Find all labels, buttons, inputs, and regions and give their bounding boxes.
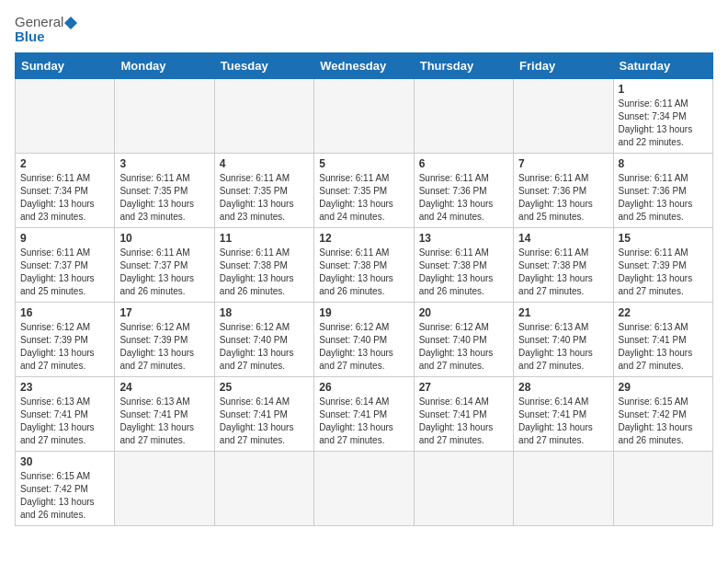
calendar-table: SundayMondayTuesdayWednesdayThursdayFrid…	[15, 52, 713, 526]
day-info: Sunrise: 6:11 AM Sunset: 7:38 PM Dayligh…	[220, 247, 309, 298]
weekday-header-monday: Monday	[115, 53, 214, 79]
calendar-cell: 24Sunrise: 6:13 AM Sunset: 7:41 PM Dayli…	[115, 377, 214, 452]
calendar-cell: 16Sunrise: 6:12 AM Sunset: 7:39 PM Dayli…	[16, 303, 115, 377]
calendar-cell: 20Sunrise: 6:12 AM Sunset: 7:40 PM Dayli…	[414, 303, 513, 377]
day-info: Sunrise: 6:13 AM Sunset: 7:41 PM Dayligh…	[20, 396, 109, 447]
day-number: 20	[419, 306, 508, 319]
calendar-cell: 29Sunrise: 6:15 AM Sunset: 7:42 PM Dayli…	[613, 377, 712, 452]
calendar-cell: 11Sunrise: 6:11 AM Sunset: 7:38 PM Dayli…	[214, 228, 313, 303]
day-info: Sunrise: 6:15 AM Sunset: 7:42 PM Dayligh…	[20, 470, 109, 522]
logo-text: GeneralBlue	[15, 15, 78, 43]
calendar-cell: 7Sunrise: 6:11 AM Sunset: 7:36 PM Daylig…	[514, 154, 613, 228]
day-number: 15	[619, 232, 708, 245]
calendar-cell: 6Sunrise: 6:11 AM Sunset: 7:36 PM Daylig…	[414, 154, 513, 228]
calendar-cell	[16, 79, 115, 154]
calendar-week-row: 9Sunrise: 6:11 AM Sunset: 7:37 PM Daylig…	[16, 228, 713, 303]
calendar-cell	[514, 79, 613, 154]
day-info: Sunrise: 6:11 AM Sunset: 7:38 PM Dayligh…	[518, 247, 608, 298]
day-info: Sunrise: 6:12 AM Sunset: 7:40 PM Dayligh…	[319, 321, 408, 373]
day-number: 14	[518, 232, 608, 245]
day-number: 9	[20, 232, 109, 245]
day-number: 27	[419, 381, 508, 394]
weekday-header-sunday: Sunday	[16, 53, 115, 79]
day-info: Sunrise: 6:14 AM Sunset: 7:41 PM Dayligh…	[518, 396, 608, 447]
day-info: Sunrise: 6:12 AM Sunset: 7:39 PM Dayligh…	[119, 321, 209, 373]
day-info: Sunrise: 6:14 AM Sunset: 7:41 PM Dayligh…	[419, 396, 508, 447]
weekday-header-thursday: Thursday	[414, 53, 513, 79]
day-info: Sunrise: 6:15 AM Sunset: 7:42 PM Dayligh…	[619, 396, 708, 447]
day-info: Sunrise: 6:12 AM Sunset: 7:39 PM Dayligh…	[20, 321, 109, 373]
day-number: 22	[619, 306, 708, 319]
calendar-cell: 21Sunrise: 6:13 AM Sunset: 7:40 PM Dayli…	[514, 303, 613, 377]
day-number: 5	[319, 157, 408, 170]
calendar-week-row: 16Sunrise: 6:12 AM Sunset: 7:39 PM Dayli…	[16, 303, 713, 377]
calendar-cell	[613, 452, 712, 526]
calendar-week-row: 2Sunrise: 6:11 AM Sunset: 7:34 PM Daylig…	[16, 154, 713, 228]
day-number: 28	[518, 381, 608, 394]
weekday-header-saturday: Saturday	[613, 53, 712, 79]
day-number: 21	[518, 306, 608, 319]
calendar-cell: 22Sunrise: 6:13 AM Sunset: 7:41 PM Dayli…	[613, 303, 712, 377]
calendar-week-row: 1Sunrise: 6:11 AM Sunset: 7:34 PM Daylig…	[16, 79, 713, 154]
calendar-cell: 19Sunrise: 6:12 AM Sunset: 7:40 PM Dayli…	[314, 303, 414, 377]
day-number: 6	[419, 157, 508, 170]
calendar-cell: 30Sunrise: 6:15 AM Sunset: 7:42 PM Dayli…	[16, 452, 115, 526]
day-info: Sunrise: 6:11 AM Sunset: 7:35 PM Dayligh…	[119, 172, 209, 224]
calendar-cell: 27Sunrise: 6:14 AM Sunset: 7:41 PM Dayli…	[414, 377, 513, 452]
calendar-cell	[514, 452, 613, 526]
calendar-cell: 28Sunrise: 6:14 AM Sunset: 7:41 PM Dayli…	[514, 377, 613, 452]
day-info: Sunrise: 6:11 AM Sunset: 7:34 PM Dayligh…	[20, 172, 109, 224]
page-header: GeneralBlue	[15, 15, 713, 43]
day-number: 25	[220, 381, 309, 394]
weekday-header-wednesday: Wednesday	[314, 53, 414, 79]
calendar-cell: 25Sunrise: 6:14 AM Sunset: 7:41 PM Dayli…	[214, 377, 313, 452]
calendar-cell	[414, 79, 513, 154]
calendar-cell	[214, 79, 313, 154]
calendar-cell	[414, 452, 513, 526]
day-number: 24	[119, 381, 209, 394]
day-info: Sunrise: 6:12 AM Sunset: 7:40 PM Dayligh…	[220, 321, 309, 373]
calendar-cell	[314, 79, 414, 154]
day-info: Sunrise: 6:13 AM Sunset: 7:40 PM Dayligh…	[518, 321, 608, 373]
day-info: Sunrise: 6:12 AM Sunset: 7:40 PM Dayligh…	[419, 321, 508, 373]
day-info: Sunrise: 6:14 AM Sunset: 7:41 PM Dayligh…	[319, 396, 408, 447]
day-number: 4	[220, 157, 309, 170]
calendar-cell: 12Sunrise: 6:11 AM Sunset: 7:38 PM Dayli…	[314, 228, 414, 303]
calendar-week-row: 23Sunrise: 6:13 AM Sunset: 7:41 PM Dayli…	[16, 377, 713, 452]
calendar-cell: 14Sunrise: 6:11 AM Sunset: 7:38 PM Dayli…	[514, 228, 613, 303]
day-number: 17	[119, 306, 209, 319]
day-info: Sunrise: 6:11 AM Sunset: 7:36 PM Dayligh…	[419, 172, 508, 224]
calendar-cell: 10Sunrise: 6:11 AM Sunset: 7:37 PM Dayli…	[115, 228, 214, 303]
day-number: 13	[419, 232, 508, 245]
calendar-cell: 4Sunrise: 6:11 AM Sunset: 7:35 PM Daylig…	[214, 154, 313, 228]
calendar-cell: 18Sunrise: 6:12 AM Sunset: 7:40 PM Dayli…	[214, 303, 313, 377]
calendar-cell: 13Sunrise: 6:11 AM Sunset: 7:38 PM Dayli…	[414, 228, 513, 303]
weekday-header-tuesday: Tuesday	[214, 53, 313, 79]
calendar-cell: 26Sunrise: 6:14 AM Sunset: 7:41 PM Dayli…	[314, 377, 414, 452]
weekday-header-row: SundayMondayTuesdayWednesdayThursdayFrid…	[16, 53, 713, 79]
weekday-header-friday: Friday	[514, 53, 613, 79]
day-info: Sunrise: 6:11 AM Sunset: 7:36 PM Dayligh…	[619, 172, 708, 224]
day-number: 16	[20, 306, 109, 319]
day-info: Sunrise: 6:11 AM Sunset: 7:38 PM Dayligh…	[419, 247, 508, 298]
calendar-cell: 2Sunrise: 6:11 AM Sunset: 7:34 PM Daylig…	[16, 154, 115, 228]
calendar-cell: 15Sunrise: 6:11 AM Sunset: 7:39 PM Dayli…	[613, 228, 712, 303]
day-info: Sunrise: 6:11 AM Sunset: 7:35 PM Dayligh…	[319, 172, 408, 224]
calendar-cell: 17Sunrise: 6:12 AM Sunset: 7:39 PM Dayli…	[115, 303, 214, 377]
day-number: 12	[319, 232, 408, 245]
calendar-cell: 23Sunrise: 6:13 AM Sunset: 7:41 PM Dayli…	[16, 377, 115, 452]
day-info: Sunrise: 6:11 AM Sunset: 7:35 PM Dayligh…	[220, 172, 309, 224]
calendar-cell: 1Sunrise: 6:11 AM Sunset: 7:34 PM Daylig…	[613, 79, 712, 154]
day-info: Sunrise: 6:11 AM Sunset: 7:37 PM Dayligh…	[119, 247, 209, 298]
day-number: 18	[220, 306, 309, 319]
logo: GeneralBlue	[15, 15, 78, 43]
day-info: Sunrise: 6:11 AM Sunset: 7:34 PM Dayligh…	[619, 98, 708, 149]
day-info: Sunrise: 6:11 AM Sunset: 7:36 PM Dayligh…	[518, 172, 608, 224]
day-number: 10	[119, 232, 209, 245]
day-number: 1	[619, 83, 708, 96]
day-number: 26	[319, 381, 408, 394]
day-info: Sunrise: 6:13 AM Sunset: 7:41 PM Dayligh…	[619, 321, 708, 373]
svg-marker-0	[64, 17, 77, 29]
calendar-cell: 8Sunrise: 6:11 AM Sunset: 7:36 PM Daylig…	[613, 154, 712, 228]
calendar-cell	[314, 452, 414, 526]
